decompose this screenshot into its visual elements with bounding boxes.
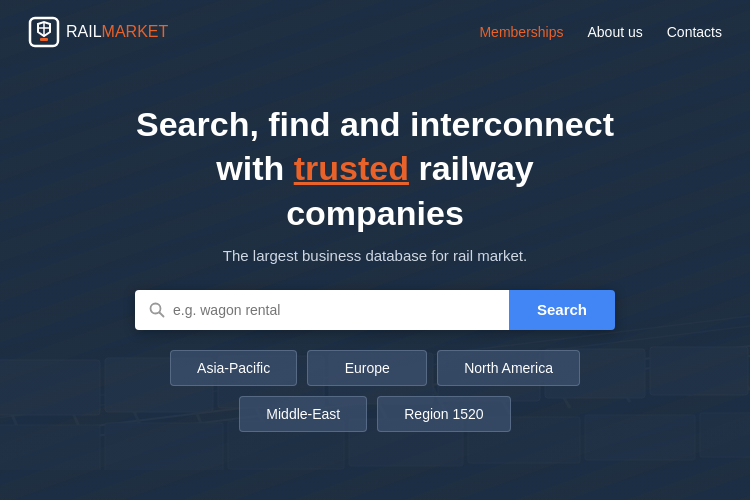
nav-contacts[interactable]: Contacts: [667, 24, 722, 40]
hero-title-line1: Search, find and interconnect: [136, 105, 614, 143]
search-icon: [149, 302, 165, 318]
regions-row-2: Middle-East Region 1520: [239, 396, 510, 432]
svg-line-40: [160, 312, 164, 316]
region-north-america[interactable]: North America: [437, 350, 580, 386]
hero-title-trusted: trusted: [294, 149, 409, 187]
nav-about[interactable]: About us: [587, 24, 642, 40]
hero-title-line3: companies: [286, 194, 464, 232]
region-europe[interactable]: Europe: [307, 350, 427, 386]
search-bar: Search: [135, 290, 615, 330]
regions-container: Asia-Pacific Europe North America Middle…: [170, 350, 580, 432]
region-1520[interactable]: Region 1520: [377, 396, 510, 432]
regions-row-1: Asia-Pacific Europe North America: [170, 350, 580, 386]
hero-section: RAILMARKET Memberships About us Contacts…: [0, 0, 750, 500]
region-middle-east[interactable]: Middle-East: [239, 396, 367, 432]
hero-content: Search, find and interconnect with trust…: [0, 64, 750, 500]
hero-title: Search, find and interconnect with trust…: [136, 102, 614, 235]
logo-text: RAILMARKET: [66, 23, 168, 41]
logo[interactable]: RAILMARKET: [28, 16, 168, 48]
nav-memberships[interactable]: Memberships: [479, 24, 563, 40]
nav-links: Memberships About us Contacts: [479, 24, 722, 40]
svg-rect-38: [40, 38, 48, 41]
logo-market: MARKET: [102, 23, 169, 40]
hero-subtitle: The largest business database for rail m…: [223, 247, 527, 264]
logo-rail: RAIL: [66, 23, 102, 40]
navbar: RAILMARKET Memberships About us Contacts: [0, 0, 750, 64]
search-button[interactable]: Search: [509, 290, 615, 330]
hero-title-line2: with trusted railway: [216, 149, 533, 187]
search-input-wrapper: [135, 290, 509, 330]
region-asia-pacific[interactable]: Asia-Pacific: [170, 350, 297, 386]
railmarket-logo-icon: [28, 16, 60, 48]
search-input[interactable]: [173, 290, 495, 330]
